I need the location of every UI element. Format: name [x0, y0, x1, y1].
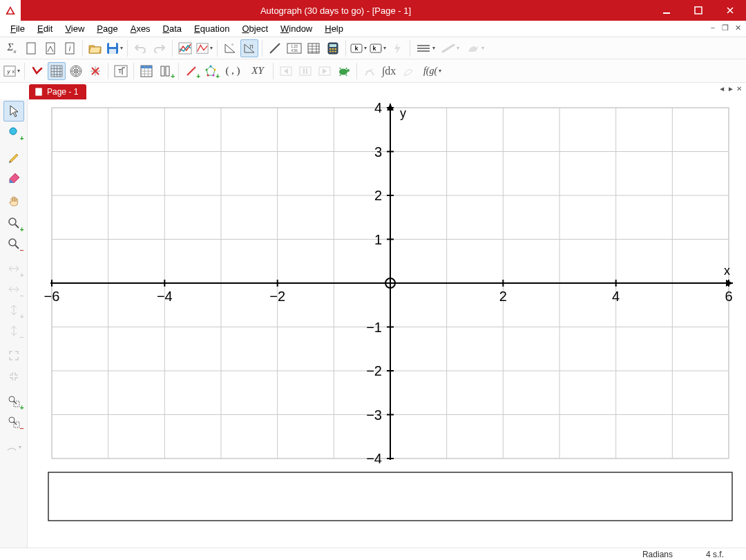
menu-view[interactable]: View — [59, 22, 90, 35]
menu-data[interactable]: Data — [157, 22, 188, 35]
menu-page[interactable]: Page — [90, 22, 124, 35]
calculator-button[interactable] — [324, 39, 342, 57]
menu-object[interactable]: Object — [236, 22, 274, 35]
toolbar-secondary: yx T + + + ( , ) XY ∫dx f(g( — [0, 59, 746, 83]
table-button[interactable] — [305, 39, 323, 57]
zoom-y-out-tool[interactable]: − — [3, 320, 24, 341]
eraser-tool[interactable] — [3, 167, 24, 188]
pointer-tool[interactable] — [3, 101, 24, 122]
arc-tool[interactable] — [3, 436, 24, 457]
svg-text:x: x — [724, 264, 730, 278]
keyboard-k-down-button[interactable]: k↓ — [369, 39, 387, 57]
menu-file[interactable]: File — [4, 22, 31, 35]
data-table-button[interactable] — [137, 62, 155, 80]
menu-help[interactable]: Help — [318, 22, 350, 35]
page-tab-1[interactable]: Page - 1 — [29, 84, 86, 99]
expand-tool[interactable] — [3, 345, 24, 366]
svg-text:−1: −1 — [366, 320, 382, 335]
title-bar: Autograph (30 days to go) - [Page - 1] — [0, 0, 746, 21]
coordinates-button[interactable]: ( , ) — [221, 62, 245, 80]
add-line-button[interactable]: + — [182, 62, 200, 80]
svg-rect-2 — [27, 43, 35, 54]
plot-style-button[interactable] — [195, 39, 213, 57]
zoom-out-tool[interactable]: − — [3, 233, 24, 254]
mdi-minimize-button[interactable]: − — [707, 23, 718, 32]
xy-button[interactable]: XY — [246, 62, 269, 80]
toolbar-primary: Σx i ° π 1.234.56 k k↓ — [0, 37, 746, 59]
tab-scroll-right[interactable]: ► — [727, 85, 734, 93]
mdi-close-button[interactable]: ✕ — [732, 23, 743, 32]
menu-axes[interactable]: Axes — [124, 22, 157, 35]
add-column-button[interactable]: + — [157, 62, 175, 80]
new-equation-button[interactable]: Σx — [3, 39, 21, 57]
leaf-button[interactable] — [399, 62, 417, 80]
close-button[interactable] — [714, 0, 746, 21]
svg-text:y: y — [400, 106, 406, 120]
add-point-tool[interactable]: + — [3, 122, 24, 142]
integral-button[interactable]: ∫dx — [380, 62, 398, 80]
maximize-button[interactable] — [682, 0, 714, 21]
svg-text:2: 2 — [374, 188, 382, 203]
anim-back-button[interactable] — [277, 62, 295, 80]
new-page-button[interactable] — [22, 39, 40, 57]
anim-pause-button[interactable] — [296, 62, 314, 80]
zoom-y-in-tool[interactable]: + — [3, 300, 24, 320]
show-axes-button[interactable] — [28, 62, 46, 80]
tab-close[interactable]: ✕ — [736, 85, 742, 93]
flash-button[interactable] — [388, 39, 406, 57]
mdi-restore-button[interactable]: ❐ — [720, 23, 731, 32]
turtle-button[interactable] — [335, 62, 353, 80]
line-style-button[interactable] — [414, 39, 437, 57]
redo-button[interactable] — [151, 39, 169, 57]
zoom-x-out-tool[interactable]: − — [3, 279, 24, 300]
menu-edit[interactable]: Edit — [31, 22, 59, 35]
svg-point-45 — [213, 74, 215, 76]
svg-point-44 — [214, 68, 216, 70]
derivative-button[interactable] — [361, 62, 379, 80]
function-fg-button[interactable]: f(g( — [419, 62, 446, 80]
svg-point-43 — [210, 65, 212, 67]
horse-button[interactable] — [463, 39, 487, 57]
svg-point-53 — [339, 68, 347, 75]
show-grid-button[interactable] — [48, 62, 66, 80]
info-button[interactable]: i — [61, 39, 79, 57]
polar-grid-button[interactable] — [67, 62, 85, 80]
svg-text:4: 4 — [612, 289, 620, 304]
undo-button[interactable] — [131, 39, 149, 57]
svg-text:4.56: 4.56 — [291, 48, 298, 52]
y-equals-x-button[interactable]: yx — [3, 62, 21, 80]
menu-equation[interactable]: Equation — [188, 22, 236, 35]
zoom-box-out-tool[interactable]: − — [3, 412, 24, 432]
zoom-box-in-tool[interactable]: + — [3, 391, 24, 412]
pencil-tool[interactable] — [3, 146, 24, 167]
angle-rad-button[interactable]: π — [240, 39, 258, 57]
open-button[interactable] — [86, 39, 104, 57]
text-label-button[interactable]: T — [112, 62, 130, 80]
mdi-window-controls: − ❐ ✕ — [707, 23, 743, 32]
menu-window[interactable]: Window — [274, 22, 318, 35]
zoom-in-tool[interactable]: + — [3, 213, 24, 233]
save-button[interactable] — [106, 39, 124, 57]
add-shape-button[interactable]: + — [202, 62, 220, 80]
page-icon — [35, 88, 43, 96]
page-tab-strip: Page - 1 ◄ ► ✕ — [0, 83, 746, 99]
svg-rect-22 — [329, 50, 332, 52]
new-page-portrait-button[interactable] — [41, 39, 59, 57]
plot-lines-button[interactable] — [176, 39, 194, 57]
tab-scroll-left[interactable]: ◄ — [718, 85, 725, 93]
keyboard-k-button[interactable]: k — [350, 39, 367, 57]
results-box-button[interactable]: 1.234.56 — [285, 39, 303, 57]
minimize-button[interactable] — [651, 0, 682, 21]
svg-text:T: T — [118, 68, 122, 75]
measure-button[interactable] — [266, 39, 284, 57]
angle-deg-button[interactable]: ° — [221, 39, 239, 57]
zoom-x-in-tool[interactable]: + — [3, 258, 24, 279]
svg-text:−4: −4 — [366, 451, 382, 466]
graph-canvas[interactable]: −6−4−2246−4−3−2−11234xy — [28, 99, 746, 548]
svg-point-46 — [207, 74, 209, 76]
draw-line-button[interactable] — [439, 39, 462, 57]
shrink-tool[interactable] — [3, 366, 24, 387]
delete-grid-button[interactable] — [86, 62, 104, 80]
anim-play-button[interactable] — [316, 62, 334, 80]
pan-tool[interactable] — [3, 192, 24, 213]
